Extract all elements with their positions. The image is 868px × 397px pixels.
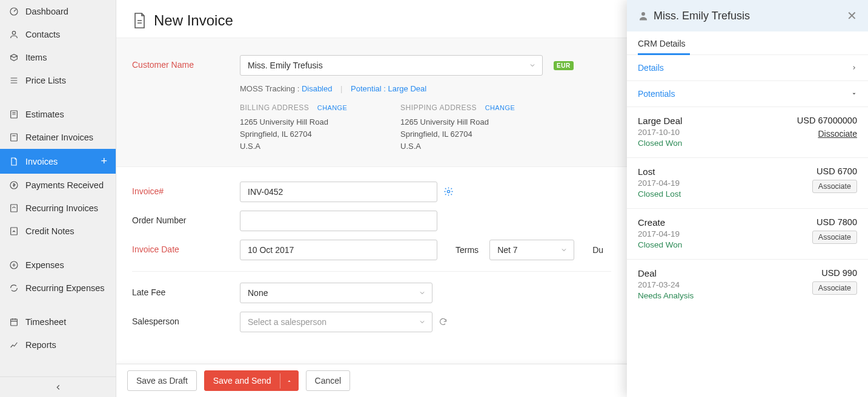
sidebar-item-label: Credit Notes xyxy=(25,226,75,236)
sidebar-item-label: Payments Received xyxy=(25,180,104,190)
sidebar-item-credit-notes[interactable]: Credit Notes xyxy=(0,220,116,243)
potential-name: Deal xyxy=(638,268,694,278)
invoice-date-input[interactable] xyxy=(240,240,437,260)
shipping-change-link[interactable]: CHANGE xyxy=(485,104,515,111)
shipping-address-line: 1265 University Hill Road xyxy=(400,116,561,128)
shipping-address-block: SHIPPING ADDRESS CHANGE 1265 University … xyxy=(400,102,561,153)
items-icon xyxy=(8,52,19,63)
customer-name-select[interactable]: Miss. Emily Trefusis xyxy=(240,55,543,76)
potential-row: Deal 2017-03-24 Needs Analysis USD 990 A… xyxy=(627,260,868,310)
crm-potentials-label: Potentials xyxy=(638,89,675,99)
late-fee-value: None xyxy=(248,288,268,298)
associate-button[interactable]: Associate xyxy=(812,231,857,244)
sidebar-item-invoices[interactable]: Invoices + xyxy=(0,149,116,174)
billing-address-block: BILLING ADDRESS CHANGE 1265 University H… xyxy=(240,102,400,153)
sidebar-item-estimates[interactable]: Estimates xyxy=(0,103,116,126)
person-icon xyxy=(638,10,649,21)
terms-select[interactable]: Net 7 xyxy=(489,240,574,260)
chevron-down-icon xyxy=(529,62,536,69)
potential-name: Lost xyxy=(638,166,681,177)
sidebar-item-label: Timesheet xyxy=(25,317,66,327)
add-invoice-icon[interactable]: + xyxy=(101,155,107,168)
salesperson-select[interactable]: Select a salesperson xyxy=(240,312,432,332)
terms-label: Terms xyxy=(456,245,479,255)
shipping-address-title: SHIPPING ADDRESS xyxy=(400,103,477,112)
divider xyxy=(132,271,611,272)
crm-panel: Miss. Emily Trefusis ✕ CRM Details Detai… xyxy=(627,0,868,397)
potential-status: Closed Won xyxy=(638,240,682,249)
customer-name-value: Miss. Emily Trefusis xyxy=(248,61,323,70)
pricelist-icon xyxy=(8,75,19,86)
main-content: New Invoice Customer Name Miss. Emily Tr… xyxy=(116,0,627,397)
recurring-invoices-icon xyxy=(8,203,19,214)
customer-name-label: Customer Name xyxy=(132,55,240,70)
invoices-icon xyxy=(8,156,19,167)
invoice-number-input[interactable] xyxy=(240,182,437,202)
potential-date: 2017-04-19 xyxy=(638,179,681,188)
potential-status: Closed Lost xyxy=(638,189,681,198)
svg-point-10 xyxy=(641,12,645,16)
svg-rect-8 xyxy=(11,319,18,326)
sidebar-item-label: Dashboard xyxy=(25,7,68,16)
sidebar-item-recurring-expenses[interactable]: Recurring Expenses xyxy=(0,277,116,300)
sidebar-item-dashboard[interactable]: Dashboard xyxy=(0,0,116,23)
svg-rect-5 xyxy=(11,205,18,212)
invoice-number-label: Invoice# xyxy=(132,182,240,196)
chevron-down-icon xyxy=(560,246,568,254)
late-fee-select[interactable]: None xyxy=(240,283,432,303)
potential-date: 2017-03-24 xyxy=(638,280,694,289)
save-send-button-group: Save and Send xyxy=(204,370,299,391)
invoice-page-icon xyxy=(132,12,147,29)
save-send-button[interactable]: Save and Send xyxy=(205,371,280,390)
details-expand[interactable]: Details xyxy=(627,55,868,81)
terms-value: Net 7 xyxy=(497,245,517,255)
billing-change-link[interactable]: CHANGE xyxy=(317,104,347,111)
due-date-label: Du xyxy=(592,245,603,255)
contacts-icon xyxy=(8,29,19,40)
sidebar-item-retainer-invoices[interactable]: Retainer Invoices xyxy=(0,126,116,149)
sidebar-item-recurring-invoices[interactable]: Recurring Invoices xyxy=(0,197,116,220)
close-panel-icon[interactable]: ✕ xyxy=(847,8,857,23)
sidebar-collapse-button[interactable] xyxy=(0,376,116,397)
credit-notes-icon xyxy=(8,226,19,237)
retainer-icon xyxy=(8,132,19,143)
potentials-expand[interactable]: Potentials xyxy=(627,81,868,107)
dissociate-link[interactable]: Dissociate xyxy=(818,129,857,139)
form-body: Customer Name Miss. Emily Trefusis EUR M… xyxy=(116,38,627,362)
currency-badge: EUR xyxy=(554,61,574,70)
moss-tracking-label: MOSS Tracking : xyxy=(240,84,299,93)
shipping-address-line: Springfield, IL 62704 xyxy=(400,128,561,140)
cancel-button[interactable]: Cancel xyxy=(306,370,351,391)
potential-row: Lost 2017-04-19 Closed Lost USD 6700 Ass… xyxy=(627,158,868,209)
potential-amount: USD 67000000 xyxy=(797,116,857,125)
dashboard-icon xyxy=(8,6,19,17)
sidebar-item-payments-received[interactable]: Payments Received xyxy=(0,174,116,197)
sidebar-item-items[interactable]: Items xyxy=(0,46,116,69)
order-number-input[interactable] xyxy=(240,211,437,231)
payments-icon xyxy=(8,180,19,191)
moss-tracking-link[interactable]: Disabled xyxy=(302,84,333,93)
sidebar-item-label: Recurring Expenses xyxy=(25,283,105,293)
save-draft-button[interactable]: Save as Draft xyxy=(127,370,197,391)
crm-details-label: Details xyxy=(638,63,664,73)
associate-button[interactable]: Associate xyxy=(812,281,857,295)
associate-button[interactable]: Associate xyxy=(812,180,857,193)
save-send-dropdown-toggle[interactable] xyxy=(280,373,298,389)
potential-date: 2017-10-10 xyxy=(638,128,682,137)
crm-details-tab[interactable]: CRM Details xyxy=(627,31,868,55)
sidebar-item-reports[interactable]: Reports xyxy=(0,333,116,356)
sidebar-item-expenses[interactable]: Expenses xyxy=(0,254,116,277)
page-header: New Invoice xyxy=(116,0,627,38)
billing-address-line: Springfield, IL 62704 xyxy=(240,128,400,140)
page-title: New Invoice xyxy=(154,12,233,29)
sidebar-item-label: Items xyxy=(25,53,47,62)
potential-link[interactable]: Potential : Large Deal xyxy=(351,84,426,93)
sidebar-item-contacts[interactable]: Contacts xyxy=(0,23,116,46)
refresh-salesperson-icon[interactable] xyxy=(439,312,448,332)
potential-name: Create xyxy=(638,217,682,228)
sidebar-item-price-lists[interactable]: Price Lists xyxy=(0,69,116,92)
sidebar-item-label: Contacts xyxy=(25,30,60,39)
billing-address-line: U.S.A xyxy=(240,140,400,153)
invoice-number-settings-icon[interactable] xyxy=(443,182,454,202)
sidebar-item-timesheet[interactable]: Timesheet xyxy=(0,310,116,333)
